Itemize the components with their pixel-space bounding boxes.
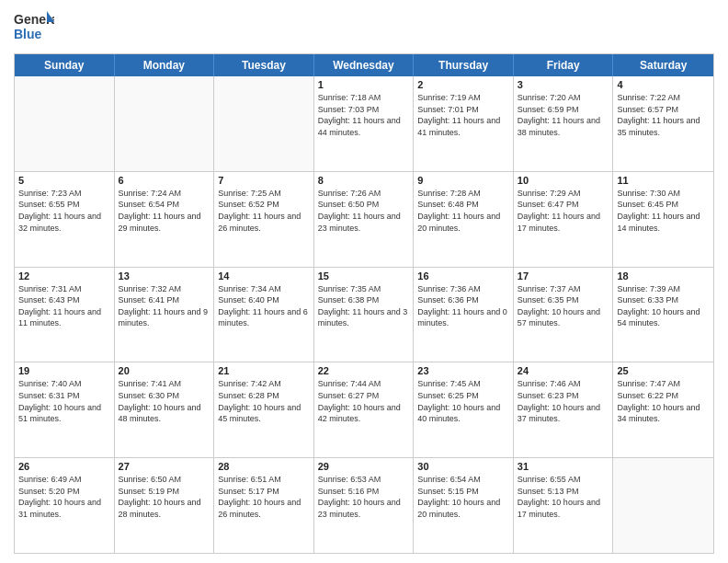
day-number: 7 xyxy=(218,175,310,186)
logo: General Blue xyxy=(14,9,54,46)
day-header-monday: Monday xyxy=(115,54,215,76)
calendar-cell-17: 17Sunrise: 7:37 AMSunset: 6:35 PMDayligh… xyxy=(514,268,614,362)
cell-info: Sunrise: 7:26 AMSunset: 6:50 PMDaylight:… xyxy=(318,188,410,234)
day-number: 14 xyxy=(218,270,310,282)
day-number: 13 xyxy=(119,270,210,282)
day-number: 6 xyxy=(119,175,210,186)
day-header-tuesday: Tuesday xyxy=(214,54,314,76)
cell-info: Sunrise: 7:37 AMSunset: 6:35 PMDaylight:… xyxy=(518,283,609,329)
day-number: 30 xyxy=(417,461,509,472)
calendar-cell-1: 1Sunrise: 7:18 AMSunset: 7:03 PMDaylight… xyxy=(314,76,415,171)
day-number: 4 xyxy=(617,79,710,90)
calendar-cell-24: 24Sunrise: 7:46 AMSunset: 6:23 PMDayligh… xyxy=(514,362,614,457)
day-number: 17 xyxy=(518,270,609,282)
calendar-cell-2: 2Sunrise: 7:19 AMSunset: 7:01 PMDaylight… xyxy=(414,76,514,171)
cell-info: Sunrise: 7:39 AMSunset: 6:33 PMDaylight:… xyxy=(617,283,710,329)
calendar-cell-3: 3Sunrise: 7:20 AMSunset: 6:59 PMDaylight… xyxy=(514,76,614,171)
cell-info: Sunrise: 7:47 AMSunset: 6:22 PMDaylight:… xyxy=(617,378,710,424)
day-number: 18 xyxy=(617,270,710,282)
cell-info: Sunrise: 6:51 AMSunset: 5:17 PMDaylight:… xyxy=(218,474,310,520)
day-number: 26 xyxy=(18,461,110,472)
day-number: 22 xyxy=(318,365,410,376)
day-number: 25 xyxy=(617,365,710,376)
calendar-cell-23: 23Sunrise: 7:45 AMSunset: 6:25 PMDayligh… xyxy=(414,362,514,457)
cell-info: Sunrise: 7:35 AMSunset: 6:38 PMDaylight:… xyxy=(318,283,410,329)
day-number: 23 xyxy=(417,365,509,376)
cell-info: Sunrise: 7:22 AMSunset: 6:57 PMDaylight:… xyxy=(617,92,710,138)
day-number: 11 xyxy=(617,175,710,186)
calendar-cell-31: 31Sunrise: 6:55 AMSunset: 5:13 PMDayligh… xyxy=(514,458,614,553)
calendar-body: 1Sunrise: 7:18 AMSunset: 7:03 PMDaylight… xyxy=(15,76,713,553)
day-number: 24 xyxy=(518,365,609,376)
calendar-cell-4: 4Sunrise: 7:22 AMSunset: 6:57 PMDaylight… xyxy=(613,76,713,171)
cell-info: Sunrise: 7:40 AMSunset: 6:31 PMDaylight:… xyxy=(18,378,110,424)
day-header-saturday: Saturday xyxy=(613,54,713,76)
day-number: 29 xyxy=(318,461,410,472)
cell-info: Sunrise: 7:19 AMSunset: 7:01 PMDaylight:… xyxy=(417,92,509,138)
day-number: 8 xyxy=(318,175,410,186)
cell-info: Sunrise: 7:23 AMSunset: 6:55 PMDaylight:… xyxy=(18,188,110,234)
cell-info: Sunrise: 7:24 AMSunset: 6:54 PMDaylight:… xyxy=(119,188,210,234)
day-number: 28 xyxy=(218,461,310,472)
cell-info: Sunrise: 7:44 AMSunset: 6:27 PMDaylight:… xyxy=(318,378,410,424)
day-number: 9 xyxy=(417,175,509,186)
calendar-cell-16: 16Sunrise: 7:36 AMSunset: 6:36 PMDayligh… xyxy=(414,268,514,362)
day-number: 16 xyxy=(417,270,509,282)
calendar-cell-11: 11Sunrise: 7:30 AMSunset: 6:45 PMDayligh… xyxy=(613,172,713,267)
calendar-cell-12: 12Sunrise: 7:31 AMSunset: 6:43 PMDayligh… xyxy=(15,268,115,362)
cell-info: Sunrise: 7:25 AMSunset: 6:52 PMDaylight:… xyxy=(218,188,310,234)
calendar: SundayMondayTuesdayWednesdayThursdayFrid… xyxy=(14,53,714,554)
cell-info: Sunrise: 7:45 AMSunset: 6:25 PMDaylight:… xyxy=(417,378,509,424)
calendar-cell-13: 13Sunrise: 7:32 AMSunset: 6:41 PMDayligh… xyxy=(115,268,215,362)
day-number: 10 xyxy=(518,175,609,186)
calendar-cell-19: 19Sunrise: 7:40 AMSunset: 6:31 PMDayligh… xyxy=(15,362,115,457)
calendar-cell-27: 27Sunrise: 6:50 AMSunset: 5:19 PMDayligh… xyxy=(115,458,215,553)
day-number: 31 xyxy=(518,461,609,472)
cell-info: Sunrise: 7:41 AMSunset: 6:30 PMDaylight:… xyxy=(119,378,210,424)
calendar-cell-8: 8Sunrise: 7:26 AMSunset: 6:50 PMDaylight… xyxy=(314,172,415,267)
cell-info: Sunrise: 7:32 AMSunset: 6:41 PMDaylight:… xyxy=(119,283,210,329)
cell-info: Sunrise: 6:49 AMSunset: 5:20 PMDaylight:… xyxy=(18,474,110,520)
day-number: 15 xyxy=(318,270,410,282)
cell-info: Sunrise: 7:20 AMSunset: 6:59 PMDaylight:… xyxy=(518,92,609,138)
calendar-cell-18: 18Sunrise: 7:39 AMSunset: 6:33 PMDayligh… xyxy=(613,268,713,362)
calendar-row-1: 1Sunrise: 7:18 AMSunset: 7:03 PMDaylight… xyxy=(15,76,713,172)
day-header-sunday: Sunday xyxy=(15,54,115,76)
day-number: 20 xyxy=(119,365,210,376)
cell-info: Sunrise: 6:50 AMSunset: 5:19 PMDaylight:… xyxy=(119,474,210,520)
calendar-cell-30: 30Sunrise: 6:54 AMSunset: 5:15 PMDayligh… xyxy=(414,458,514,553)
calendar-row-4: 19Sunrise: 7:40 AMSunset: 6:31 PMDayligh… xyxy=(15,362,713,458)
calendar-cell-28: 28Sunrise: 6:51 AMSunset: 5:17 PMDayligh… xyxy=(214,458,314,553)
calendar-cell-26: 26Sunrise: 6:49 AMSunset: 5:20 PMDayligh… xyxy=(15,458,115,553)
calendar-row-5: 26Sunrise: 6:49 AMSunset: 5:20 PMDayligh… xyxy=(15,458,713,553)
calendar-cell-15: 15Sunrise: 7:35 AMSunset: 6:38 PMDayligh… xyxy=(314,268,415,362)
cell-info: Sunrise: 7:18 AMSunset: 7:03 PMDaylight:… xyxy=(318,92,410,138)
day-number: 5 xyxy=(18,175,110,186)
page-header: General Blue xyxy=(14,9,714,46)
day-number: 27 xyxy=(119,461,210,472)
calendar-cell-22: 22Sunrise: 7:44 AMSunset: 6:27 PMDayligh… xyxy=(314,362,415,457)
cell-info: Sunrise: 7:42 AMSunset: 6:28 PMDaylight:… xyxy=(218,378,310,424)
day-number: 21 xyxy=(218,365,310,376)
calendar-cell-7: 7Sunrise: 7:25 AMSunset: 6:52 PMDaylight… xyxy=(214,172,314,267)
day-number: 1 xyxy=(318,79,410,90)
cell-info: Sunrise: 6:55 AMSunset: 5:13 PMDaylight:… xyxy=(518,474,609,520)
calendar-header: SundayMondayTuesdayWednesdayThursdayFrid… xyxy=(15,54,713,76)
cell-info: Sunrise: 7:46 AMSunset: 6:23 PMDaylight:… xyxy=(518,378,609,424)
day-header-wednesday: Wednesday xyxy=(314,54,415,76)
calendar-row-3: 12Sunrise: 7:31 AMSunset: 6:43 PMDayligh… xyxy=(15,268,713,363)
svg-text:Blue: Blue xyxy=(14,27,42,41)
cell-info: Sunrise: 6:54 AMSunset: 5:15 PMDaylight:… xyxy=(417,474,509,520)
calendar-cell-empty-4-6 xyxy=(613,458,713,553)
day-number: 3 xyxy=(518,79,609,90)
cell-info: Sunrise: 7:31 AMSunset: 6:43 PMDaylight:… xyxy=(18,283,110,329)
cell-info: Sunrise: 6:53 AMSunset: 5:16 PMDaylight:… xyxy=(318,474,410,520)
cell-info: Sunrise: 7:34 AMSunset: 6:40 PMDaylight:… xyxy=(218,283,310,329)
calendar-cell-6: 6Sunrise: 7:24 AMSunset: 6:54 PMDaylight… xyxy=(115,172,215,267)
calendar-cell-25: 25Sunrise: 7:47 AMSunset: 6:22 PMDayligh… xyxy=(613,362,713,457)
calendar-cell-empty-0-0 xyxy=(15,76,115,171)
calendar-cell-14: 14Sunrise: 7:34 AMSunset: 6:40 PMDayligh… xyxy=(214,268,314,362)
calendar-cell-9: 9Sunrise: 7:28 AMSunset: 6:48 PMDaylight… xyxy=(414,172,514,267)
day-number: 2 xyxy=(417,79,509,90)
calendar-row-2: 5Sunrise: 7:23 AMSunset: 6:55 PMDaylight… xyxy=(15,172,713,268)
